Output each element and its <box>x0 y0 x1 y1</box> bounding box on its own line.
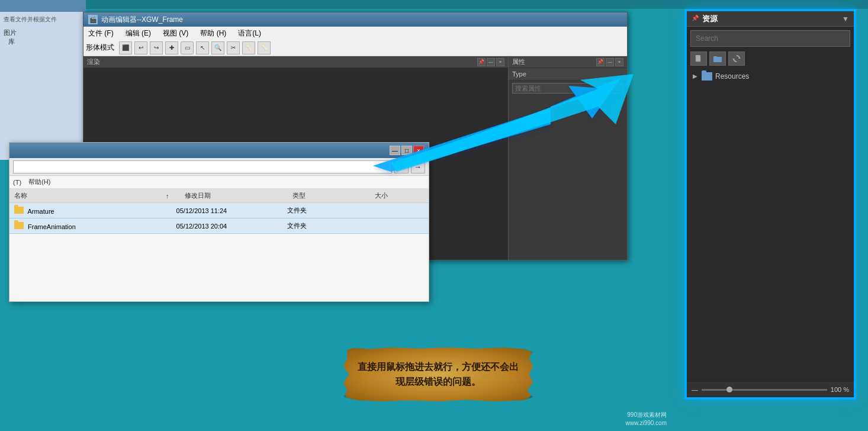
menu-help[interactable]: 帮助 (H) <box>198 27 229 40</box>
toolbar-btn-zoom[interactable]: 🔍 <box>211 41 224 54</box>
editor-menubar[interactable]: 文件 (F) 编辑 (E) 视图 (V) 帮助 (H) 语言(L) <box>83 27 627 40</box>
file-dialog-body: 名称 ↑ 修改日期 类型 大小 Armature 05/12/2013 11:2… <box>9 189 429 301</box>
addr-go-btn[interactable]: → <box>411 160 425 173</box>
editor-titlebar: 🎬 动画编辑器--XGW_Frame <box>83 12 627 27</box>
resources-titlebar: 📌 资源 ▼ <box>687 11 854 27</box>
props-panel-title: 属性 <box>512 57 596 66</box>
filemenu-item-1[interactable]: (T) <box>13 179 21 186</box>
prop-type-label: Type <box>509 68 627 81</box>
watermark-line1: 990游戏素材网 <box>626 411 667 419</box>
col-header-date: 修改日期 <box>180 191 287 200</box>
window-controls: — □ × <box>390 146 424 155</box>
toolbar-btn-undo[interactable]: ↩ <box>134 41 147 54</box>
file-row-armature-date: 05/12/2013 11:24 <box>172 207 283 214</box>
resources-dropdown-btn[interactable]: ▼ <box>842 15 849 23</box>
props-minus-btn[interactable]: — <box>606 58 614 66</box>
resources-bottom-bar: — 100 % <box>687 382 854 397</box>
file-row-frameanimation-name: FrameAnimation <box>9 222 172 230</box>
col-header-name: 名称 <box>9 191 166 200</box>
zoom-track[interactable] <box>702 389 827 391</box>
props-panel-header: 属性 📌 — × <box>509 56 627 68</box>
render-close-btn[interactable]: × <box>496 58 504 66</box>
window-close-btn[interactable]: × <box>413 146 424 155</box>
address-bar[interactable] <box>13 160 392 173</box>
res-new-folder-btn[interactable] <box>709 52 726 66</box>
resources-body: ▶ Resources <box>687 27 854 86</box>
folder-icon-frameanimation <box>14 222 24 229</box>
toolbar-btn-select[interactable]: ⬛ <box>119 41 132 54</box>
left-bg-bar <box>0 0 86 12</box>
file-dialog-toolbar: ▼ → <box>9 158 429 176</box>
prop-type-text: Type <box>512 70 526 78</box>
resources-toolbar <box>690 52 850 66</box>
folder-icon-armature <box>14 207 24 214</box>
toolbar-btn-redo[interactable]: ↪ <box>150 41 163 54</box>
toolbar-btn-rect[interactable]: ▭ <box>181 41 194 54</box>
col-header-type: 类型 <box>288 191 371 200</box>
render-panel-header: 渲染 📌 — × <box>83 56 508 68</box>
resources-search-input[interactable] <box>690 30 850 47</box>
tree-arrow-resources: ▶ <box>693 73 700 80</box>
toolbar-btn-bone1[interactable]: 🦴 <box>242 41 255 54</box>
window-maximize-btn[interactable]: □ <box>401 146 412 155</box>
toolbar-btn-bone2[interactable]: 🦴 <box>258 41 271 54</box>
file-row-frameanimation[interactable]: FrameAnimation 05/12/2013 20:04 文件夹 <box>9 218 429 234</box>
render-minus-btn[interactable]: — <box>487 58 495 66</box>
tree-label-resources: Resources <box>715 72 749 81</box>
addr-dropdown-btn[interactable]: ▼ <box>394 160 409 173</box>
props-close-btn[interactable]: × <box>615 58 623 66</box>
file-row-frameanimation-type: 文件夹 <box>282 221 368 230</box>
file-dialog-titlebar: — □ × <box>9 143 429 158</box>
callout-bubble: 直接用鼠标拖进去就行，方便还不会出现层级错误的问题。 <box>343 348 533 401</box>
resources-tree: ▶ Resources <box>690 70 850 82</box>
prop-search-area <box>509 81 627 96</box>
callout-text: 直接用鼠标拖进去就行，方便还不会出现层级错误的问题。 <box>358 359 519 390</box>
tree-folder-icon-resources <box>702 72 712 81</box>
file-row-armature[interactable]: Armature 05/12/2013 11:24 文件夹 <box>9 203 429 218</box>
resources-pin-icon[interactable]: 📌 <box>692 15 700 23</box>
toolbar-mode-label: 形体模式 <box>86 43 114 53</box>
menu-language[interactable]: 语言(L) <box>236 27 263 40</box>
file-row-armature-name: Armature <box>9 207 172 215</box>
res-new-file-btn[interactable] <box>690 52 707 66</box>
toolbar-btn-pointer[interactable]: ↖ <box>196 41 209 54</box>
props-panel-controls: 📌 — × <box>596 58 623 66</box>
col-header-size: 大小 <box>370 191 429 200</box>
file-dialog-menubar: (T) 帮助(H) <box>9 176 429 189</box>
props-pin-btn[interactable]: 📌 <box>596 58 605 66</box>
window-minimize-btn[interactable]: — <box>390 146 400 155</box>
menu-file[interactable]: 文件 (F) <box>86 27 116 40</box>
file-name-armature: Armature <box>27 208 54 215</box>
file-table-header: 名称 ↑ 修改日期 类型 大小 <box>9 189 429 203</box>
zoom-value: 100 % <box>831 386 849 393</box>
prop-search-input[interactable] <box>512 83 623 94</box>
filemenu-help[interactable]: 帮助(H) <box>28 178 50 186</box>
svg-marker-5 <box>732 59 735 60</box>
sidebar-img-label: 图片 <box>4 28 82 37</box>
toolbar-btn-add[interactable]: ✚ <box>165 41 178 54</box>
menu-view[interactable]: 视图 (V) <box>160 27 191 40</box>
menu-edit[interactable]: 编辑 (E) <box>123 27 153 40</box>
file-dialog: — □ × ▼ → (T) 帮助(H) 名称 ↑ 修改日期 类型 大小 Arma… <box>9 142 429 302</box>
editor-title: 动画编辑器--XGW_Frame <box>101 15 183 25</box>
zoom-thumb <box>726 387 732 393</box>
toolbar-btn-scissors[interactable]: ✂ <box>227 41 240 54</box>
sidebar-text-1: 查看文件并根据文件 <box>4 15 82 24</box>
watermark-line2: www.zi990.com <box>626 419 667 427</box>
res-refresh-btn[interactable] <box>728 52 745 66</box>
resources-panel: 📌 资源 ▼ <box>684 9 856 400</box>
render-pin-btn[interactable]: 📌 <box>477 58 486 66</box>
svg-rect-3 <box>713 56 717 58</box>
editor-toolbar: 形体模式 ⬛ ↩ ↪ ✚ ▭ ↖ 🔍 ✂ 🦴 🦴 <box>83 40 627 56</box>
render-panel-title: 渲染 <box>87 57 477 66</box>
svg-marker-4 <box>738 57 741 59</box>
callout-parchment: 直接用鼠标拖进去就行，方便还不会出现层级错误的问题。 <box>343 348 533 401</box>
editor-title-icon: 🎬 <box>88 15 98 24</box>
properties-panel: 属性 📌 — × Type <box>509 56 627 260</box>
watermark: 990游戏素材网 www.zi990.com <box>626 411 667 427</box>
tree-item-resources[interactable]: ▶ Resources <box>690 70 850 82</box>
sidebar-lib-label: 库 <box>8 37 82 46</box>
left-sidebar-content: 查看文件并根据文件 图片 库 <box>0 12 86 50</box>
file-row-frameanimation-date: 05/12/2013 20:04 <box>172 223 283 230</box>
zoom-label: — <box>692 386 698 393</box>
